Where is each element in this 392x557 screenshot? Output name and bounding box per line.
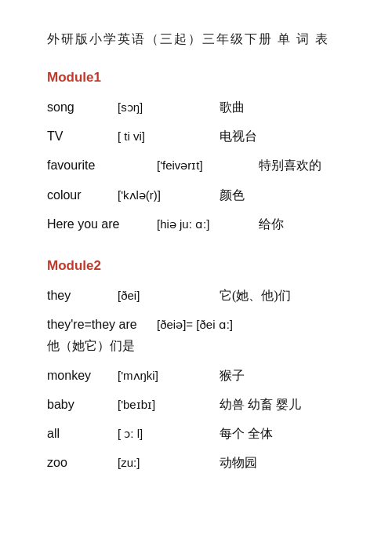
word-english: they're=they are xyxy=(47,314,157,335)
word-chinese: 每个 全体 xyxy=(220,423,273,444)
word-chinese: 幼兽 幼畜 婴儿 xyxy=(220,394,301,415)
word-chinese: 它(她、他)们 xyxy=(220,285,291,306)
word-row: they[ðei]它(她、他)们 xyxy=(47,285,345,306)
word-english: Here you are xyxy=(47,213,157,235)
word-chinese: 给你 xyxy=(259,213,284,235)
word-row: TV[ ti vi]电视台 xyxy=(47,126,345,147)
word-chinese: 电视台 xyxy=(220,126,257,147)
word-row: song[sɔŋ]歌曲 xyxy=(47,96,345,118)
page-title: 外研版小学英语（三起）三年级下册 单 词 表 xyxy=(47,31,345,48)
word-chinese: 特别喜欢的 xyxy=(259,155,321,176)
word-chinese: 颜色 xyxy=(220,184,245,206)
word-chinese: 歌曲 xyxy=(220,96,245,118)
word-phonetic: ['kʌlə(r)] xyxy=(118,185,220,206)
word-row: zoo[zu:]动物园 xyxy=(47,452,345,473)
word-phonetic: ['mʌŋki] xyxy=(118,366,220,386)
word-english: all xyxy=(47,423,118,444)
word-row: favourite['feivərɪt]特别喜欢的 xyxy=(47,155,345,176)
module-section-module2: Module2they[ðei]它(她、他)们they're=they are[… xyxy=(47,258,345,473)
word-english: favourite xyxy=(47,155,157,176)
word-row: baby['beɪbɪ]幼兽 幼畜 婴儿 xyxy=(47,394,345,415)
module-section-module1: Module1song[sɔŋ]歌曲TV[ ti vi]电视台favourite… xyxy=(47,70,345,235)
word-chinese: 猴子 xyxy=(220,365,245,386)
word-phonetic: [sɔŋ] xyxy=(118,97,220,118)
word-english: monkey xyxy=(47,365,118,386)
word-row: colour['kʌlə(r)]颜色 xyxy=(47,184,345,206)
word-phonetic: [zu:] xyxy=(118,453,220,473)
module-title-module2: Module2 xyxy=(47,258,345,274)
word-phonetic: [ðeiə]= [ðei ɑ:] xyxy=(157,315,314,335)
word-row: all[ ɔ: l]每个 全体 xyxy=(47,423,345,444)
word-chinese: 动物园 xyxy=(220,452,257,473)
word-phonetic: [hiə ju: ɑ:] xyxy=(157,214,259,235)
module-title-module1: Module1 xyxy=(47,70,345,86)
word-english: TV xyxy=(47,126,118,147)
word-english: baby xyxy=(47,394,118,415)
word-row: monkey['mʌŋki]猴子 xyxy=(47,365,345,386)
word-english: zoo xyxy=(47,452,118,473)
word-chinese: 他（她它）们是 xyxy=(47,335,135,356)
word-english: song xyxy=(47,96,118,118)
word-row: they're=they are[ðeiə]= [ðei ɑ:]他（她它）们是 xyxy=(47,314,345,356)
word-phonetic: [ðei] xyxy=(118,286,220,306)
word-phonetic: [ ɔ: l] xyxy=(118,424,220,444)
word-english: they xyxy=(47,285,118,306)
word-phonetic: ['feivərɪt] xyxy=(157,155,259,176)
word-row: Here you are[hiə ju: ɑ:]给你 xyxy=(47,213,345,235)
word-phonetic: [ ti vi] xyxy=(118,126,220,147)
word-phonetic: ['beɪbɪ] xyxy=(118,395,220,415)
word-english: colour xyxy=(47,184,118,206)
